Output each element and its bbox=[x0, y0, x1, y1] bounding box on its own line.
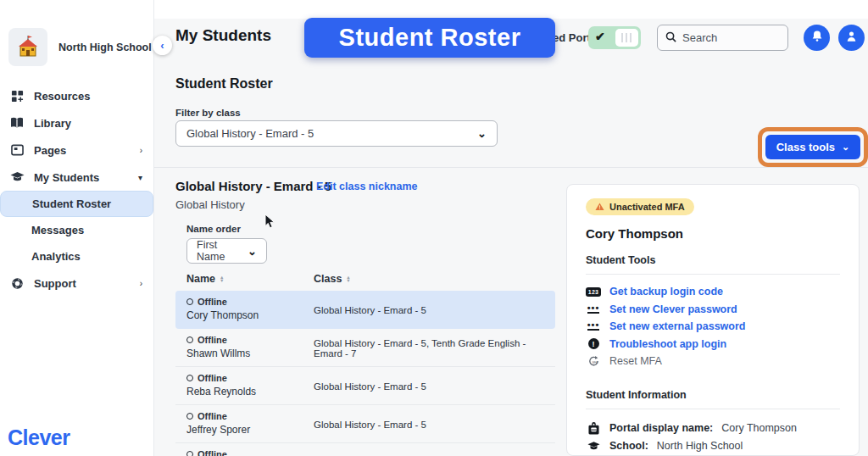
overlay-badge-text: Student Roster bbox=[339, 24, 521, 52]
column-header-name[interactable]: Name ▲▼ bbox=[186, 273, 225, 285]
info-label: Portal display name: bbox=[609, 422, 713, 434]
search-input[interactable] bbox=[682, 31, 776, 44]
student-information-list: Portal display name: Cory Thompson Schoo… bbox=[586, 420, 840, 455]
sidebar-item-resources[interactable]: Resources bbox=[0, 82, 154, 109]
pages-icon bbox=[9, 143, 25, 157]
status-badge: Offline bbox=[186, 297, 227, 307]
portal-toggle[interactable]: ✔ bbox=[588, 26, 641, 49]
tool-label: Get backup login code bbox=[609, 286, 723, 298]
status-badge: Offline bbox=[186, 411, 227, 421]
status-label: Offline bbox=[198, 297, 227, 307]
password-dots-icon: ••• bbox=[586, 305, 601, 314]
mfa-status-badge: Unactivated MFA bbox=[586, 198, 694, 215]
divider bbox=[586, 409, 840, 409]
profile-button[interactable] bbox=[838, 25, 865, 51]
table-row-jeffrey-sporer[interactable]: Offline Jeffrey Sporer Global History - … bbox=[175, 405, 555, 443]
tutorial-overlay-badge: Student Roster bbox=[304, 18, 555, 58]
sidebar-collapse-button[interactable]: ‹ bbox=[153, 36, 172, 55]
chevron-right-icon: › bbox=[140, 279, 142, 288]
status-label: Offline bbox=[198, 373, 227, 383]
notifications-button[interactable] bbox=[804, 25, 830, 51]
toggle-knob bbox=[615, 29, 638, 47]
schoolhouse-icon bbox=[15, 36, 41, 59]
student-class: Global History - Emard - 5 bbox=[314, 367, 555, 405]
sidebar-item-label: Messages bbox=[31, 224, 84, 236]
mfa-badge-label: Unactivated MFA bbox=[609, 202, 685, 212]
student-name: Reba Reynolds bbox=[186, 386, 256, 398]
info-value: Cory Thompson bbox=[721, 422, 797, 434]
school-header: North High School bbox=[8, 28, 152, 66]
sidebar-item-support[interactable]: Support › bbox=[0, 270, 154, 297]
get-backup-login-code-link[interactable]: 123 Get backup login code bbox=[586, 283, 840, 301]
class-filter-value: Global History - Emard - 5 bbox=[186, 127, 314, 140]
sidebar: North High School Resources bbox=[0, 0, 154, 456]
tool-label: Set new Clever password bbox=[609, 303, 737, 315]
reset-mfa-item[interactable]: MFA Reset MFA bbox=[586, 353, 840, 370]
class-tools-button[interactable]: Class tools ⌄ bbox=[765, 135, 860, 159]
sidebar-item-analytics[interactable]: Analytics bbox=[0, 243, 154, 270]
status-label: Offline bbox=[198, 335, 227, 345]
backpack-icon bbox=[586, 422, 601, 435]
student-information-heading: Student Information bbox=[586, 389, 840, 401]
sidebar-item-label: Analytics bbox=[31, 250, 81, 263]
chevron-down-icon: ⌄ bbox=[248, 245, 257, 258]
sort-icon: ▲▼ bbox=[346, 275, 350, 283]
search-icon bbox=[665, 31, 676, 46]
student-name: Cory Thompson bbox=[186, 309, 259, 321]
set-new-clever-password-link[interactable]: ••• Set new Clever password bbox=[586, 301, 840, 319]
chevron-down-icon: ⌄ bbox=[477, 127, 487, 140]
exclamation-circle-icon: ! bbox=[586, 338, 601, 349]
check-icon: ✔ bbox=[595, 30, 605, 43]
class-tools-label: Class tools bbox=[776, 141, 835, 153]
school-row: School: North High School bbox=[586, 437, 840, 455]
edit-class-nickname-link[interactable]: Edit class nickname bbox=[316, 181, 418, 192]
status-label: Offline bbox=[198, 449, 227, 456]
top-band bbox=[154, 0, 868, 19]
offline-status-icon bbox=[186, 336, 193, 343]
set-new-external-password-link[interactable]: ••• Set new external password bbox=[586, 318, 840, 336]
column-label: Class bbox=[314, 273, 342, 285]
name-order-select[interactable]: First Name ⌄ bbox=[186, 238, 267, 264]
student-class: Global History - Emard - 5 bbox=[314, 443, 555, 456]
student-class: Global History - Emard - 5 bbox=[314, 405, 555, 443]
sidebar-item-label: Resources bbox=[34, 90, 90, 103]
name-order-value: First Name bbox=[197, 239, 248, 263]
support-icon bbox=[9, 276, 25, 290]
code-123-icon: 123 bbox=[586, 287, 601, 297]
search-box[interactable] bbox=[657, 25, 788, 51]
table-row-shawn-willms[interactable]: Offline Shawn Willms Global History - Em… bbox=[175, 329, 555, 367]
tool-label: Reset MFA bbox=[609, 355, 662, 367]
sidebar-item-pages[interactable]: Pages › bbox=[0, 136, 154, 164]
sidebar-item-student-roster[interactable]: Student Roster bbox=[0, 191, 153, 217]
student-tools-list: 123 Get backup login code ••• Set new Cl… bbox=[586, 283, 840, 370]
divider bbox=[586, 274, 840, 275]
tool-label: Troubleshoot app login bbox=[609, 338, 726, 350]
portal-display-name-row: Portal display name: Cory Thompson bbox=[586, 420, 840, 437]
section-divider bbox=[154, 167, 868, 168]
svg-text:MFA: MFA bbox=[592, 362, 598, 365]
column-header-class[interactable]: Class ▲▼ bbox=[314, 273, 351, 285]
table-row-sylvia-kubic[interactable]: Offline Sylvia Kubic Global History - Em… bbox=[175, 443, 555, 456]
class-filter-select[interactable]: Global History - Emard - 5 ⌄ bbox=[175, 120, 498, 147]
sidebar-item-label: My Students bbox=[34, 171, 99, 184]
sidebar-item-label: Pages bbox=[34, 144, 66, 157]
student-detail-card: Unactivated MFA Cory Thompson Student To… bbox=[566, 184, 860, 456]
table-row-cory-thompson[interactable]: Offline Cory Thompson Global History - E… bbox=[175, 291, 555, 329]
class-heading: Global History - Emard - 5 bbox=[175, 179, 331, 193]
annotation-highlight-ring: Class tools ⌄ bbox=[758, 127, 868, 167]
status-badge: Offline bbox=[186, 335, 227, 345]
page-title: Student Roster bbox=[175, 76, 273, 92]
troubleshoot-app-login-link[interactable]: ! Troubleshoot app login bbox=[586, 336, 840, 353]
sidebar-item-my-students[interactable]: My Students ▾ bbox=[0, 164, 154, 191]
student-name: Jeffrey Sporer bbox=[186, 424, 250, 436]
sidebar-item-messages[interactable]: Messages bbox=[0, 217, 154, 243]
table-row-reba-reynolds[interactable]: Offline Reba Reynolds Global History - E… bbox=[175, 367, 555, 405]
name-order-label: Name order bbox=[186, 224, 241, 234]
filter-by-class-label: Filter by class bbox=[175, 108, 241, 118]
info-label: School: bbox=[609, 440, 648, 452]
offline-status-icon bbox=[186, 375, 193, 381]
sidebar-item-label: Student Roster bbox=[32, 197, 111, 210]
status-label: Offline bbox=[198, 411, 227, 421]
offline-status-icon bbox=[186, 413, 193, 420]
sidebar-item-library[interactable]: Library bbox=[0, 109, 154, 136]
